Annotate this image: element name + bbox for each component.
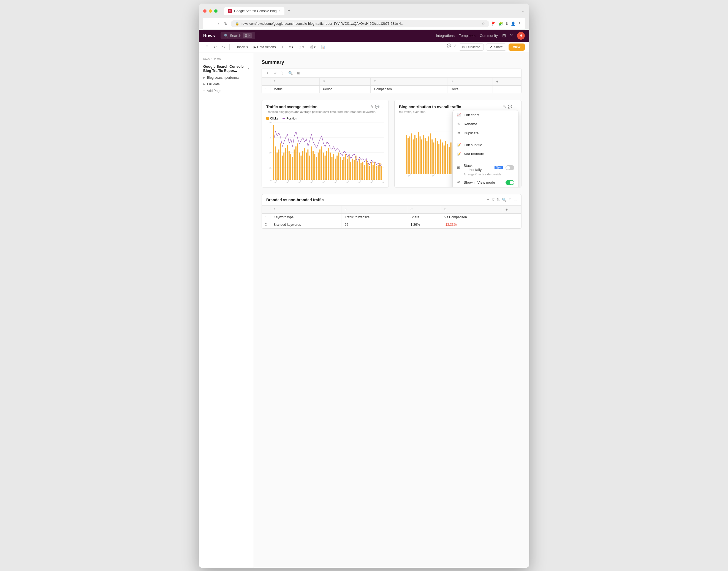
- bt-header-share[interactable]: Share: [407, 213, 441, 221]
- traffic-chart-card: Traffic and average position ✎ 💬 ··· Tra…: [262, 100, 389, 188]
- search-button[interactable]: 🔍 Search ⌘ K: [221, 32, 255, 39]
- cell-metric[interactable]: Metric: [270, 85, 320, 93]
- bottom-search-icon[interactable]: 🔍: [502, 198, 506, 202]
- svg-rect-112: [449, 147, 450, 174]
- sidebar-item-blog-performance[interactable]: ▶ Blog search performa...: [199, 74, 254, 81]
- more-blog-icon[interactable]: ···: [514, 105, 517, 109]
- align-button[interactable]: ≡ ▾: [287, 44, 295, 50]
- bottom-filter-icon[interactable]: ▽: [492, 198, 494, 202]
- comment-blog-icon[interactable]: 💬: [508, 105, 512, 109]
- active-tab[interactable]: R Google Search Console Blog ×: [224, 7, 284, 15]
- comment-icon[interactable]: 💬: [447, 43, 451, 51]
- avatar[interactable]: H: [517, 32, 525, 40]
- templates-link[interactable]: Templates: [459, 33, 475, 38]
- dropdown-edit-subtitle[interactable]: 📝 Edit subtitle: [453, 140, 518, 149]
- chart-area: 100 75 50 25 0: [266, 122, 384, 183]
- new-tab-button[interactable]: +: [285, 7, 293, 15]
- col-add[interactable]: +: [493, 78, 521, 86]
- bt-header-keyword[interactable]: Keyword type: [270, 213, 341, 221]
- filter-icon[interactable]: ▽: [273, 71, 277, 76]
- sidebar-item-full-data[interactable]: ▶ Full data: [199, 81, 254, 88]
- help-icon[interactable]: ?: [510, 33, 513, 38]
- bt-row2-share[interactable]: 1.26%: [407, 221, 441, 228]
- maximize-button[interactable]: [214, 9, 218, 13]
- dropdown-edit-chart[interactable]: 📈 Edit chart: [453, 110, 518, 119]
- close-button[interactable]: [203, 9, 207, 13]
- grid-view-icon[interactable]: ⊞: [296, 71, 301, 76]
- bottom-magic-icon[interactable]: ✦: [487, 198, 490, 202]
- extensions-icon[interactable]: 🚩: [491, 21, 496, 26]
- reload-button[interactable]: ↻: [223, 20, 229, 27]
- bt-header-vscomp[interactable]: Vs Comparison: [441, 213, 502, 221]
- more-icon[interactable]: ···: [304, 71, 309, 76]
- tab-close-icon[interactable]: ×: [279, 9, 280, 12]
- integrations-link[interactable]: Integrations: [436, 33, 455, 38]
- bookmark-icon[interactable]: ☆: [482, 22, 485, 26]
- profile-icon[interactable]: 👤: [511, 21, 515, 26]
- history-icon[interactable]: ↗: [454, 43, 457, 51]
- community-link[interactable]: Community: [480, 33, 498, 38]
- dropdown-rename[interactable]: ✎ Rename: [453, 119, 518, 129]
- share-button[interactable]: ↗ Share: [486, 43, 506, 51]
- document-title[interactable]: Google Search Console Blog Traffic Repor…: [199, 63, 254, 74]
- bt-header-traffic[interactable]: Traffic to website: [341, 213, 407, 221]
- duplicate-label: Duplicate: [466, 45, 480, 49]
- legend-position-color: [282, 118, 285, 119]
- cell-comparison[interactable]: Comparison: [371, 85, 448, 93]
- bottom-more-icon[interactable]: ···: [514, 198, 517, 202]
- bottom-section-header: Branded vs non-branded traffic ✦ ▽ ⇅ 🔍 ⊞…: [262, 194, 521, 206]
- svg-rect-64: [367, 163, 368, 180]
- breadcrumb-rows[interactable]: rows: [203, 57, 210, 61]
- svg-rect-20: [292, 157, 293, 180]
- download-icon[interactable]: ⬇: [505, 21, 508, 26]
- view-button[interactable]: View: [508, 43, 525, 51]
- more-chart-icon[interactable]: ···: [381, 105, 384, 109]
- svg-rect-13: [280, 143, 281, 180]
- puzzle-icon[interactable]: 🧩: [498, 21, 503, 26]
- dropdown-show-view-mode[interactable]: 👁 Show in View mode: [453, 178, 518, 188]
- bt-col-add[interactable]: +: [502, 206, 521, 214]
- bt-row2-vscomp[interactable]: -13.33%: [441, 221, 502, 228]
- svg-rect-60: [360, 163, 362, 180]
- grid-icon[interactable]: ⊞: [502, 33, 506, 38]
- sidebar-toggle-button[interactable]: ☰: [203, 44, 211, 50]
- bottom-grid-icon[interactable]: ⊞: [508, 198, 512, 202]
- insert-button[interactable]: + Insert ▾: [232, 44, 250, 50]
- bottom-sort-icon[interactable]: ⇅: [497, 198, 500, 202]
- breadcrumb-demo[interactable]: Demo: [213, 57, 221, 61]
- add-page-button[interactable]: + Add Page: [199, 88, 254, 94]
- edit-blog-icon[interactable]: ✎: [503, 105, 506, 109]
- duplicate-button[interactable]: ⧉ Duplicate: [459, 43, 484, 51]
- menu-icon[interactable]: ⋮: [518, 21, 521, 26]
- forward-button[interactable]: →: [215, 20, 221, 27]
- svg-rect-27: [304, 148, 305, 180]
- undo-button[interactable]: ↩: [212, 44, 219, 50]
- grid-button[interactable]: ⊞ ▾: [296, 44, 306, 50]
- data-actions-button[interactable]: ▶ Data Actions: [251, 44, 278, 50]
- minimize-button[interactable]: [209, 9, 212, 13]
- dropdown-add-footnote[interactable]: 📝 Add footnote: [453, 149, 518, 158]
- stack-toggle[interactable]: [505, 165, 514, 170]
- image-button[interactable]: 🖼 ▾: [307, 44, 318, 50]
- redo-button[interactable]: ↪: [220, 44, 227, 50]
- format-text-button[interactable]: T: [279, 44, 285, 50]
- back-button[interactable]: ←: [207, 20, 213, 27]
- search-table-icon[interactable]: 🔍: [287, 71, 294, 76]
- cell-delta[interactable]: Delta: [448, 85, 493, 93]
- svg-rect-70: [378, 164, 379, 180]
- dropdown-stack-horizontally[interactable]: ⊞ Stack horizontally New: [453, 161, 518, 174]
- sort-icon[interactable]: ⇅: [280, 71, 285, 76]
- chart-button[interactable]: 📊: [319, 44, 327, 50]
- stack-toggle-off[interactable]: [505, 165, 514, 170]
- view-mode-toggle[interactable]: [505, 180, 514, 185]
- bt-row2-traffic[interactable]: 52: [341, 221, 407, 228]
- address-bar[interactable]: 🔒 rows.com/rows/demo/google-search-conso…: [231, 20, 489, 27]
- bt-row2-keyword[interactable]: Branded keywords: [270, 221, 341, 228]
- edit-icon[interactable]: ✎: [370, 105, 373, 109]
- dropdown-duplicate[interactable]: ⧉ Duplicate: [453, 129, 518, 138]
- comment-chart-icon[interactable]: 💬: [375, 105, 379, 109]
- sidebar-item-label-1: Blog search performa...: [207, 76, 241, 80]
- magic-icon[interactable]: ✦: [265, 71, 270, 76]
- cell-period[interactable]: Period: [320, 85, 371, 93]
- view-mode-toggle-on[interactable]: [505, 180, 514, 185]
